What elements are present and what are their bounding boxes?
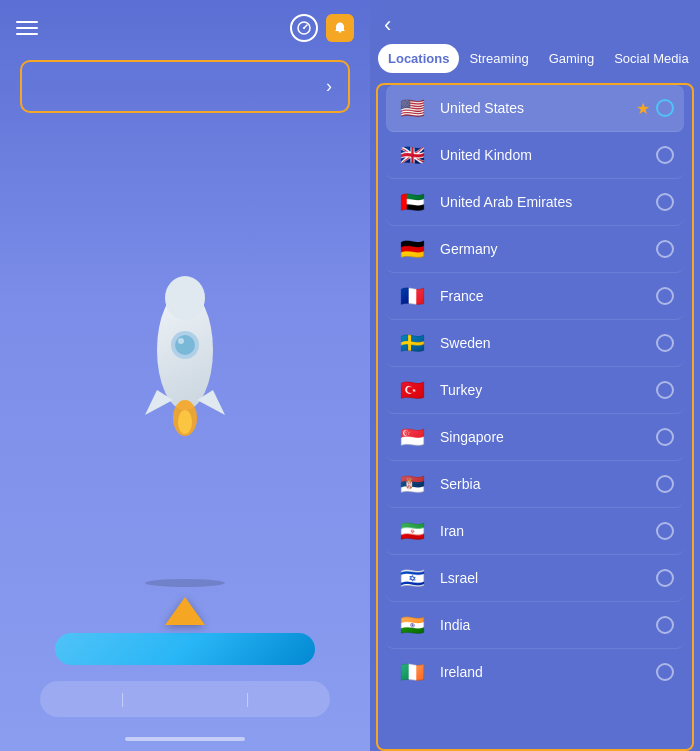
item-action-icons [656, 428, 674, 446]
locations-list: 🇺🇸United States★🇬🇧United Kindom🇦🇪United … [376, 83, 694, 751]
tab-social[interactable]: Social Media [604, 44, 698, 73]
country-flag: 🇸🇬 [396, 426, 428, 448]
connection-indicator[interactable] [656, 616, 674, 634]
svg-rect-3 [339, 31, 342, 33]
item-action-icons [656, 522, 674, 540]
country-name: India [440, 617, 656, 633]
connection-indicator[interactable] [656, 193, 674, 211]
connection-indicator[interactable] [656, 475, 674, 493]
back-button[interactable]: ‹ [370, 0, 700, 44]
country-name: Serbia [440, 476, 656, 492]
protocol-divider-2: | [246, 691, 250, 707]
location-item[interactable]: 🇮🇱Lsrael [386, 555, 684, 602]
tab-streaming[interactable]: Streaming [459, 44, 538, 73]
connection-indicator[interactable] [656, 381, 674, 399]
connection-indicator[interactable] [656, 146, 674, 164]
tabs-row: LocationsStreamingGamingSocial Media [370, 44, 700, 83]
connection-indicator[interactable] [656, 428, 674, 446]
country-name: Lsrael [440, 570, 656, 586]
country-name: Turkey [440, 382, 656, 398]
location-item[interactable]: 🇸🇪Sweden [386, 320, 684, 367]
notification-icon[interactable] [326, 14, 354, 42]
country-name: Ireland [440, 664, 656, 680]
item-action-icons [656, 381, 674, 399]
location-item[interactable]: 🇹🇷Turkey [386, 367, 684, 414]
country-flag: 🇫🇷 [396, 285, 428, 307]
country-name: Sweden [440, 335, 656, 351]
tab-locations[interactable]: Locations [378, 44, 459, 73]
item-action-icons [656, 334, 674, 352]
back-chevron-icon: ‹ [384, 12, 391, 37]
country-flag: 🇦🇪 [396, 191, 428, 213]
protocol-bar: | | [40, 681, 330, 717]
svg-point-7 [175, 335, 195, 355]
country-flag: 🇮🇷 [396, 520, 428, 542]
item-action-icons [656, 569, 674, 587]
country-flag: 🇮🇳 [396, 614, 428, 636]
country-name: Singapore [440, 429, 656, 445]
country-flag: 🇷🇸 [396, 473, 428, 495]
location-selector[interactable]: › [20, 60, 350, 113]
country-flag: 🇩🇪 [396, 238, 428, 260]
rocket-shadow [145, 579, 225, 587]
country-flag: 🇬🇧 [396, 144, 428, 166]
menu-button[interactable] [16, 21, 38, 35]
right-panel: ‹ LocationsStreamingGamingSocial Media 🇺… [370, 0, 700, 751]
country-name: United Kindom [440, 147, 656, 163]
item-action-icons [656, 240, 674, 258]
arrow-up-icon [165, 597, 205, 625]
location-item[interactable]: 🇦🇪United Arab Emirates [386, 179, 684, 226]
item-action-icons [656, 146, 674, 164]
rocket-area [105, 113, 265, 597]
speedometer-icon[interactable] [290, 14, 318, 42]
chevron-right-icon: › [326, 76, 332, 97]
svg-point-5 [165, 276, 205, 320]
protocol-divider-1: | [121, 691, 125, 707]
left-panel: › [0, 0, 370, 751]
svg-point-8 [178, 338, 184, 344]
country-name: Iran [440, 523, 656, 539]
star-icon[interactable]: ★ [636, 99, 650, 118]
item-action-icons [656, 616, 674, 634]
connection-indicator[interactable] [656, 287, 674, 305]
header-icons [290, 14, 354, 42]
bottom-bar-indicator [125, 737, 245, 741]
country-name: United Arab Emirates [440, 194, 656, 210]
app-header [0, 0, 370, 52]
location-item[interactable]: 🇸🇬Singapore [386, 414, 684, 461]
country-flag: 🇮🇪 [396, 661, 428, 683]
country-name: Germany [440, 241, 656, 257]
item-action-icons [656, 663, 674, 681]
item-action-icons [656, 287, 674, 305]
country-flag: 🇮🇱 [396, 567, 428, 589]
location-item[interactable]: 🇮🇳India [386, 602, 684, 649]
country-flag: 🇹🇷 [396, 379, 428, 401]
rocket-illustration [105, 270, 265, 440]
location-item[interactable]: 🇬🇧United Kindom [386, 132, 684, 179]
connection-indicator[interactable] [656, 240, 674, 258]
connection-indicator[interactable] [656, 99, 674, 117]
country-name: United States [440, 100, 636, 116]
svg-point-10 [178, 410, 192, 434]
location-item[interactable]: 🇮🇷Iran [386, 508, 684, 555]
country-flag: 🇺🇸 [396, 97, 428, 119]
connection-indicator[interactable] [656, 522, 674, 540]
arrow-container [165, 597, 205, 625]
item-action-icons [656, 193, 674, 211]
connection-indicator[interactable] [656, 663, 674, 681]
location-item[interactable]: 🇷🇸Serbia [386, 461, 684, 508]
location-item[interactable]: 🇺🇸United States★ [386, 85, 684, 132]
connect-button[interactable] [55, 633, 315, 665]
item-action-icons [656, 475, 674, 493]
connection-indicator[interactable] [656, 569, 674, 587]
item-action-icons: ★ [636, 99, 674, 118]
country-name: France [440, 288, 656, 304]
location-item[interactable]: 🇫🇷France [386, 273, 684, 320]
location-item[interactable]: 🇩🇪Germany [386, 226, 684, 273]
location-item[interactable]: 🇮🇪Ireland [386, 649, 684, 695]
connection-indicator[interactable] [656, 334, 674, 352]
svg-point-2 [303, 27, 305, 29]
tab-gaming[interactable]: Gaming [539, 44, 605, 73]
country-flag: 🇸🇪 [396, 332, 428, 354]
